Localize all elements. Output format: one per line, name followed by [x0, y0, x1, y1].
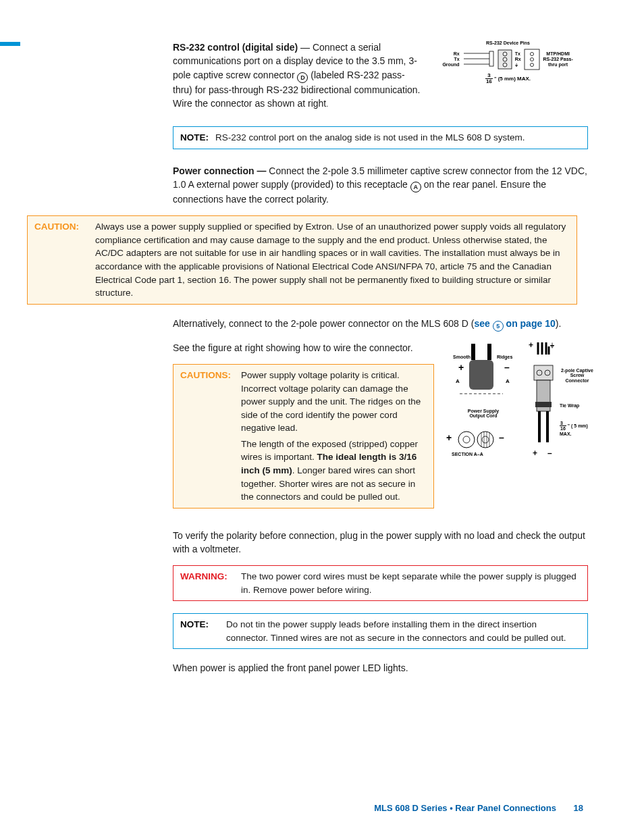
diagram1-frac-bot: 16: [485, 79, 493, 85]
power-paragraph: Power connection — Connect the 2-pole 3.…: [173, 164, 588, 207]
svg-point-17: [463, 436, 470, 443]
footer-title: MLS 608 D Series • Rear Panel Connection…: [374, 803, 556, 813]
svg-rect-4: [498, 50, 512, 69]
footer-page-number: 18: [574, 803, 583, 813]
svg-rect-28: [535, 402, 552, 407]
note-box-rs232: NOTE: RS-232 control port on the analog …: [173, 126, 588, 149]
svg-point-18: [477, 432, 493, 448]
alt-body2: ).: [556, 318, 562, 329]
svg-point-10: [530, 57, 533, 61]
svg-point-11: [530, 63, 533, 66]
caution2-body1: Power supply voltage polarity is critica…: [241, 369, 427, 435]
diagram2-frac-top: 3: [560, 421, 566, 427]
alt-paragraph: Alternatively, connect to the 2-pole pow…: [173, 317, 588, 332]
caution1-body: Always use a power supply supplied or sp…: [95, 220, 570, 299]
diagram1-tx2: Tx: [515, 51, 521, 57]
svg-rect-3: [489, 51, 493, 66]
alt-circled-5-icon: 5: [493, 321, 504, 332]
note1-body: RS-232 control port on the analog side i…: [215, 131, 581, 145]
rs232-wires-icon: [462, 51, 495, 68]
warning-label: WARNING:: [180, 570, 241, 596]
verify-paragraph: To verify the polarity before connection…: [173, 529, 588, 556]
diagram1-ground: Ground: [442, 62, 459, 68]
caution-box-power-supply: CAUTION: Always use a power supply suppl…: [27, 215, 577, 304]
svg-point-9: [530, 52, 533, 55]
svg-point-19: [482, 436, 489, 443]
ground-symbol-icon: ⏚: [515, 62, 521, 68]
alt-link[interactable]: see 5 on page 10: [474, 318, 555, 329]
power-circled-a-icon: A: [410, 182, 421, 192]
diagram1-rx: Rx: [442, 51, 459, 57]
main-content: RS-232 control (digital side) — Connect …: [173, 41, 588, 675]
diagram2-conn-label: 2-pole Captive Screw Connector: [560, 368, 595, 384]
rs232-paragraph: RS-232 control (digital side) — Connect …: [173, 41, 423, 110]
rs232-diagram: RS-232 Device Pins Rx Tx Ground: [428, 41, 588, 85]
caution1-label: CAUTION:: [34, 220, 95, 299]
rs232-circled-d-icon: D: [297, 72, 308, 83]
header-accent-bar: [0, 42, 20, 46]
final-paragraph: When power is applied the front panel po…: [173, 661, 588, 675]
power-heading: Power connection —: [173, 165, 266, 176]
rs232-connector-icon: [498, 49, 512, 70]
diagram2-cord-label: Power Supply Output Cord: [460, 409, 507, 419]
page-footer: MLS 608 D Series • Rear Panel Connection…: [374, 802, 583, 815]
warning-body: The two power cord wires must be kept se…: [241, 570, 581, 596]
note2-body: Do not tin the power supply leads before…: [226, 618, 581, 644]
svg-point-16: [458, 432, 475, 448]
rs232-heading: RS-232 control (digital side): [173, 42, 298, 53]
alt-body1: Alternatively, connect to the 2-pole pow…: [173, 318, 474, 329]
diagram1-rx2: Rx: [515, 57, 521, 62]
seefig-paragraph: See the figure at right showing how to w…: [173, 341, 434, 355]
diagram1-port-label: MTP/HDMI RS-232 Pass-thru port: [543, 51, 574, 67]
diagram2-a1: A: [456, 379, 460, 385]
note2-label: NOTE:: [180, 618, 226, 644]
diagram2-a2: A: [506, 379, 510, 385]
diagram1-max: (5 mm) MAX.: [498, 76, 531, 82]
warning-box-wires: WARNING: The two power cord wires must b…: [173, 565, 588, 601]
diagram1-tx: Tx: [442, 57, 459, 62]
alt-link1: see: [474, 318, 492, 329]
note1-label: NOTE:: [180, 131, 215, 145]
diagram1-title: RS-232 Device Pins: [428, 41, 588, 46]
diagram2-section-label: SECTION A–A: [452, 452, 483, 457]
caution2-label: CAUTIONS:: [180, 369, 241, 504]
cord-top-icon: [446, 341, 520, 409]
document-page: RS-232 control (digital side) — Connect …: [0, 0, 644, 834]
section-aa-icon: [457, 430, 498, 449]
rs232-port-icon: [524, 49, 540, 70]
svg-rect-14: [469, 360, 493, 390]
captive-connector-icon: [530, 341, 557, 463]
diagram2-tie-label: Tie Wrap: [560, 403, 579, 409]
power-wiring-diagram: Smooth Ridges + – A A Power Supply Outpu…: [446, 341, 595, 521]
note-box-tinning: NOTE: Do not tin the power supply leads …: [173, 613, 588, 649]
alt-link2: on page 10: [504, 318, 556, 329]
rs232-tail: .: [326, 100, 328, 108]
diagram2-frac-bot: 16: [560, 426, 566, 432]
caution-box-polarity: CAUTIONS: Power supply voltage polarity …: [173, 364, 434, 509]
